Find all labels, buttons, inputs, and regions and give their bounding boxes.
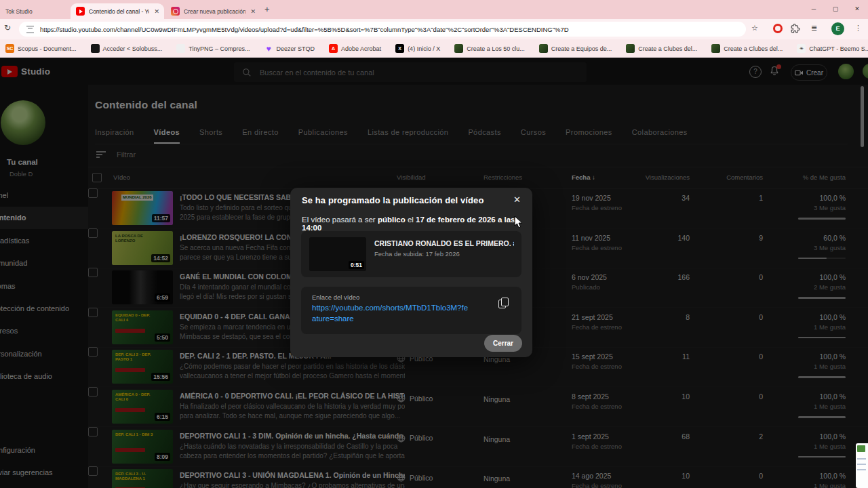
bookmark-item[interactable]: TinyPNG – Compres... <box>176 44 250 53</box>
minimize-button[interactable]: ─ <box>803 0 825 19</box>
bookmark-label: TinyPNG – Compres... <box>189 45 250 52</box>
x-bookmark-icon: X <box>395 44 404 53</box>
bookmark-label: Create a Clubes del... <box>638 45 697 52</box>
reading-list-icon[interactable]: ≣ <box>811 24 817 33</box>
new-tab-button[interactable]: + <box>264 4 270 14</box>
copy-icon[interactable] <box>498 298 509 310</box>
fm-bookmark-icon <box>626 44 635 53</box>
clipped-popup <box>856 443 868 488</box>
dialog-title: Se ha programado la publicación del víde… <box>302 195 484 205</box>
youtube-favicon <box>76 7 85 16</box>
bookmark-label: Create a Equipos de... <box>551 45 612 52</box>
tinypng-bookmark-icon <box>176 44 185 53</box>
video-thumbnail: 0:51 <box>309 237 366 271</box>
video-title: CRISTIANO RONALDO ES EL PRIMERO. #cr7 #m… <box>374 239 514 247</box>
bookmark-item[interactable]: ♥Deezer STQD <box>264 44 315 53</box>
close-tab-icon[interactable]: ✕ <box>250 8 256 15</box>
close-dialog-button[interactable]: Cerrar <box>484 335 522 352</box>
video-link-card: Enlace del vídeo https://youtube.com/sho… <box>301 287 521 334</box>
bookmark-label: Acceder < Solobuss... <box>103 45 163 52</box>
bookmark-label: Deezer STQD <box>277 45 315 52</box>
bookmark-label: Create a Clubes del... <box>724 45 783 52</box>
bookmark-label: ChatGPT - Beemo S... <box>809 45 868 52</box>
close-tab-icon[interactable]: ✕ <box>154 8 159 15</box>
adblock-extension-icon[interactable] <box>773 24 783 33</box>
scheduled-video-card: 0:51 CRISTIANO RONALDO ES EL PRIMERO. #c… <box>301 231 521 277</box>
dialog-message: El vídeo pasará a ser público el 17 de f… <box>302 216 532 232</box>
solobus-bookmark-icon <box>91 44 100 53</box>
bookmarks-bar: SCScopus - Document...Acceder < Solobuss… <box>0 39 868 58</box>
upload-date: Fecha de subida: 17 feb 2026 <box>374 250 460 258</box>
bookmark-item[interactable]: Create a Clubes del... <box>626 44 697 53</box>
browser-tab-instagram[interactable]: Crear nueva publicación • Insta✕ <box>165 3 260 19</box>
browser-toolbar: ↻ ☆ ≣ E ⋮ <box>0 19 868 39</box>
video-link[interactable]: https://youtube.com/shorts/MTbD1Tblo3M?f… <box>312 302 471 324</box>
bookmark-item[interactable]: SCScopus - Document... <box>5 44 77 53</box>
site-settings-icon[interactable] <box>26 26 34 33</box>
bookmark-item[interactable]: AAdobe Acrobat <box>329 44 381 53</box>
browser-profile-avatar[interactable]: E <box>831 22 844 35</box>
scopus-bookmark-icon: SC <box>5 44 14 53</box>
bookmark-label: Adobe Acrobat <box>341 45 381 52</box>
dialog-close-icon[interactable]: ✕ <box>513 195 521 205</box>
bookmark-item[interactable]: X(4) Inicio / X <box>395 44 440 53</box>
duration-badge: 0:51 <box>349 261 364 269</box>
deezer-bookmark-icon: ♥ <box>264 44 273 53</box>
maximize-button[interactable]: ▢ <box>825 0 846 19</box>
video-link-label: Enlace del vídeo <box>312 293 359 301</box>
chatgpt-bookmark-icon: ✳ <box>797 44 806 53</box>
window-controls: ─ ▢ ✕ <box>803 0 868 19</box>
bookmark-star-icon[interactable]: ☆ <box>751 24 758 33</box>
fm-bookmark-icon <box>454 44 463 53</box>
tab-label: Contenido del canal - YouTube <box>89 8 149 15</box>
address-bar[interactable] <box>19 22 746 37</box>
bookmark-item[interactable]: ✳ChatGPT - Beemo S... <box>797 44 868 53</box>
bookmark-label: (4) Inicio / X <box>408 45 440 52</box>
fm-bookmark-icon <box>539 44 548 53</box>
vertical-scrollbar-thumb[interactable] <box>861 86 864 147</box>
extensions-icon[interactable] <box>791 24 800 33</box>
acrobat-bookmark-icon: A <box>329 44 338 53</box>
url-input[interactable] <box>39 25 679 34</box>
mouse-cursor <box>514 216 525 229</box>
bookmark-item[interactable]: Acceder < Solobuss... <box>91 44 163 53</box>
bookmark-item[interactable]: Create a Equipos de... <box>539 44 612 53</box>
instagram-favicon <box>171 7 180 16</box>
browser-tab-youtube-studio[interactable]: Contenido del canal - YouTube✕ <box>71 3 164 19</box>
fm-bookmark-icon <box>711 44 720 53</box>
bookmark-label: Create a Los 50 clu... <box>467 45 525 52</box>
bookmark-item[interactable]: Create a Clubes del... <box>711 44 783 53</box>
window-close-button[interactable]: ✕ <box>846 0 868 19</box>
scheduled-video-dialog: Se ha programado la publicación del víde… <box>290 188 532 357</box>
browser-tab-strip: Tok Studio✕Contenido del canal - YouTube… <box>0 0 868 19</box>
tab-label: Crear nueva publicación • Insta <box>184 8 245 15</box>
bookmark-label: Scopus - Document... <box>18 45 77 52</box>
reload-icon[interactable]: ↻ <box>4 23 11 33</box>
browser-menu-icon[interactable]: ⋮ <box>854 24 862 33</box>
bookmark-item[interactable]: Create a Los 50 clu... <box>454 44 525 53</box>
